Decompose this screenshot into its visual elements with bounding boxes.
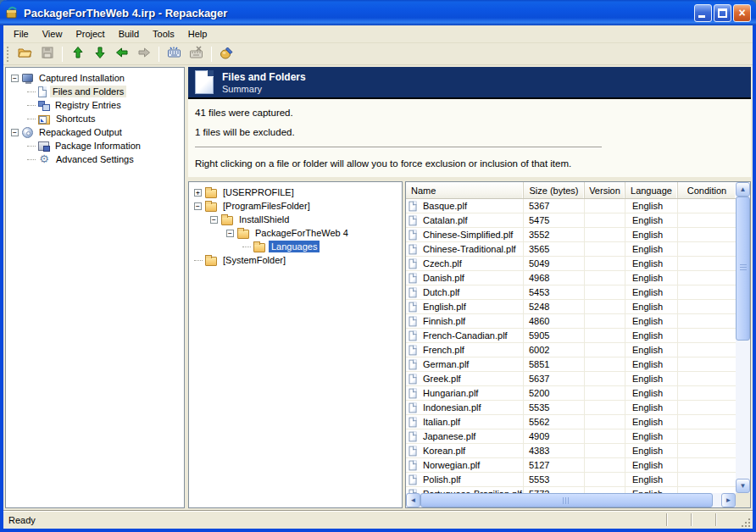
save-button[interactable] bbox=[36, 44, 58, 64]
column-header-condition[interactable]: Condition bbox=[678, 182, 736, 198]
menu-tools[interactable]: Tools bbox=[146, 26, 181, 42]
minimize-button[interactable] bbox=[694, 4, 712, 22]
table-row[interactable]: Czech.plf5049English bbox=[406, 257, 736, 271]
file-language-cell: English bbox=[625, 357, 678, 371]
scroll-right-button[interactable]: ► bbox=[721, 493, 736, 507]
file-condition-cell bbox=[678, 314, 736, 328]
file-name: Japanese.plf bbox=[423, 431, 475, 441]
scroll-down-button[interactable]: ▼ bbox=[736, 479, 750, 493]
table-row[interactable]: Indonesian.plf5535English bbox=[406, 401, 736, 415]
column-header-version[interactable]: Version bbox=[585, 182, 625, 198]
file-language-cell: English bbox=[625, 285, 678, 299]
file-size-cell: 5248 bbox=[524, 300, 585, 313]
table-row[interactable]: Greek.plf5637English bbox=[406, 372, 736, 386]
collapse-icon[interactable]: − bbox=[11, 129, 19, 136]
folder-tree-label[interactable]: [SystemFolder] bbox=[220, 254, 288, 266]
file-name-cell: Chinese-Simplified.plf bbox=[406, 228, 524, 241]
open-button[interactable] bbox=[14, 44, 36, 64]
vertical-scroll-thumb[interactable] bbox=[736, 197, 750, 341]
table-row[interactable]: Polish.plf5553English bbox=[406, 473, 736, 487]
menu-view[interactable]: View bbox=[36, 26, 69, 42]
sidebar-label[interactable]: Captured Installation bbox=[36, 72, 127, 84]
right-click-note: Right clicking on a file or folder will … bbox=[195, 158, 744, 169]
folder-tree-label[interactable]: PackageForTheWeb 4 bbox=[253, 227, 351, 239]
title-bar[interactable]: PackageForTheWeb 4.irp - Repackager × bbox=[0, 0, 756, 25]
build-button[interactable] bbox=[164, 44, 185, 64]
folder-tree-label[interactable]: [ProgramFilesFolder] bbox=[220, 200, 313, 212]
file-list-panel: NameSize (bytes)VersionLanguageCondition… bbox=[405, 181, 751, 508]
table-row[interactable]: Japanese.plf4909English bbox=[406, 429, 736, 444]
horizontal-scrollbar[interactable]: ◄ ► bbox=[406, 493, 736, 507]
table-row[interactable]: Catalan.plf5475English bbox=[406, 213, 736, 228]
file-language-cell: English bbox=[625, 386, 678, 400]
sidebar-item: −Captured Installation bbox=[8, 71, 182, 85]
collapse-icon[interactable]: − bbox=[226, 230, 234, 237]
folder-tree-label[interactable]: Languages bbox=[269, 241, 320, 252]
menu-help[interactable]: Help bbox=[181, 26, 214, 42]
table-row[interactable]: Chinese-Traditional.plf3565English bbox=[406, 242, 736, 257]
table-row[interactable]: Portuguese-Brazilian.plf5772English bbox=[406, 487, 736, 493]
table-row[interactable]: Italian.plf5562English bbox=[406, 415, 736, 429]
table-row[interactable]: French-Canadian.plf5905English bbox=[406, 329, 736, 343]
table-row[interactable]: Korean.plf4383English bbox=[406, 444, 736, 458]
column-header-language[interactable]: Language bbox=[625, 182, 678, 198]
expand-icon[interactable]: + bbox=[194, 189, 202, 197]
column-header-size-bytes[interactable]: Size (bytes) bbox=[524, 182, 585, 198]
file-size-cell: 3565 bbox=[524, 242, 585, 256]
file-language-cell: English bbox=[625, 429, 678, 443]
forward-button[interactable] bbox=[133, 44, 154, 64]
table-row[interactable]: English.plf5248English bbox=[406, 300, 736, 314]
close-button[interactable]: × bbox=[733, 4, 751, 22]
toolbar-grip[interactable] bbox=[7, 47, 10, 62]
collapse-icon[interactable]: − bbox=[210, 216, 218, 224]
sidebar-label[interactable]: Package Information bbox=[53, 140, 143, 152]
file-size-cell: 5475 bbox=[524, 213, 585, 227]
sidebar-label[interactable]: Registry Entries bbox=[53, 99, 124, 111]
file-language-cell: English bbox=[625, 271, 678, 285]
table-row[interactable]: Norwegian.plf5127English bbox=[406, 458, 736, 473]
move-up-button[interactable] bbox=[67, 44, 88, 64]
file-language-cell: English bbox=[625, 343, 678, 357]
vertical-scrollbar[interactable]: ▲ ▼ bbox=[736, 182, 750, 493]
scroll-up-button[interactable]: ▲ bbox=[736, 182, 750, 197]
menu-file[interactable]: File bbox=[7, 26, 36, 42]
file-version-cell bbox=[585, 458, 625, 472]
repackage-button[interactable] bbox=[216, 44, 237, 64]
sidebar-item: −Repackaged Output bbox=[8, 125, 182, 139]
file-condition-cell bbox=[678, 429, 736, 443]
folder-tree-label[interactable]: InstallShield bbox=[236, 213, 292, 225]
table-row[interactable]: French.plf6002English bbox=[406, 343, 736, 357]
scrollbar-corner bbox=[736, 493, 750, 507]
table-row[interactable]: Danish.plf4968English bbox=[406, 271, 736, 285]
sidebar-label[interactable]: Files and Folders bbox=[50, 86, 126, 97]
collapse-icon[interactable]: − bbox=[194, 202, 202, 210]
cancel-build-button[interactable] bbox=[186, 44, 207, 64]
table-row[interactable]: Chinese-Simplified.plf3552English bbox=[406, 228, 736, 242]
table-row[interactable]: Finnish.plf4860English bbox=[406, 314, 736, 329]
horizontal-scroll-thumb[interactable] bbox=[420, 493, 713, 507]
move-down-button[interactable] bbox=[89, 44, 110, 64]
menu-project[interactable]: Project bbox=[69, 26, 111, 42]
file-condition-cell bbox=[678, 444, 736, 457]
collapse-icon[interactable]: − bbox=[11, 75, 19, 82]
sidebar-label[interactable]: Repackaged Output bbox=[36, 126, 125, 138]
table-row[interactable]: German.plf5851English bbox=[406, 357, 736, 372]
sidebar-label[interactable]: Shortcuts bbox=[53, 113, 97, 125]
file-language-cell: English bbox=[625, 329, 678, 342]
file-name-cell: Danish.plf bbox=[406, 271, 524, 285]
scroll-left-button[interactable]: ◄ bbox=[406, 493, 420, 507]
table-row[interactable]: Dutch.plf5453English bbox=[406, 285, 736, 300]
back-button[interactable] bbox=[111, 44, 132, 64]
resize-grip[interactable] bbox=[740, 517, 752, 529]
folder-tree-label[interactable]: [USERPROFILE] bbox=[220, 186, 297, 198]
menu-build[interactable]: Build bbox=[112, 26, 146, 42]
maximize-button[interactable] bbox=[714, 4, 731, 22]
page-subtitle: Summary bbox=[222, 84, 306, 94]
table-row[interactable]: Hungarian.plf5200English bbox=[406, 386, 736, 401]
file-name: Norwegian.plf bbox=[423, 460, 480, 470]
file-language-cell: English bbox=[625, 257, 678, 270]
table-row[interactable]: Basque.plf5367English bbox=[406, 199, 736, 213]
file-name: English.plf bbox=[423, 302, 466, 312]
sidebar-label[interactable]: Advanced Settings bbox=[53, 153, 136, 165]
column-header-name[interactable]: Name bbox=[406, 182, 524, 198]
